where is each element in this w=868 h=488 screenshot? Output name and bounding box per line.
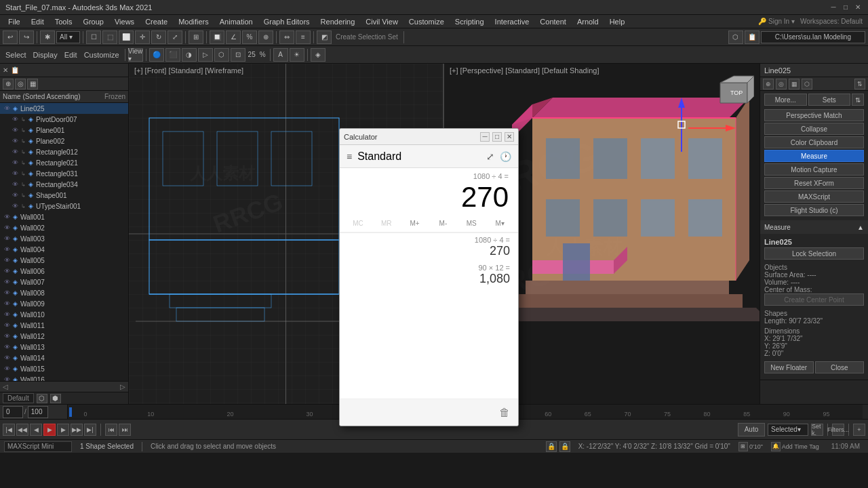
mem-mc[interactable]: MC xyxy=(344,216,372,230)
mem-minus[interactable]: M- xyxy=(429,216,457,230)
scene-item[interactable]: 👁 ◈ Wall014 xyxy=(0,352,128,363)
iso-btn[interactable]: ◈ xyxy=(311,48,326,62)
menu-file[interactable]: File xyxy=(3,16,26,27)
scene-item[interactable]: 👁 ↳ ◈ Plane002 xyxy=(0,136,128,146)
scene-item[interactable]: 👁 ↳ ◈ Shape001 xyxy=(0,190,128,201)
calc-delete-btn[interactable]: 🗑 xyxy=(499,407,510,419)
layer-btn[interactable]: ⬡ xyxy=(728,30,743,44)
rect-select-btn[interactable]: ⬜ xyxy=(119,30,134,44)
render4-btn[interactable]: ▷ xyxy=(198,48,213,62)
select-label[interactable]: Select xyxy=(3,51,29,59)
select-name-btn[interactable]: ⬚ xyxy=(102,30,117,44)
minimize-btn[interactable]: ─ xyxy=(829,3,838,12)
perspective-match-btn[interactable]: Perspective Match xyxy=(764,109,864,121)
close-scene-btn[interactable]: ✕ xyxy=(3,66,8,74)
motion-capture-btn[interactable]: Motion Capture xyxy=(764,163,864,176)
current-frame-input[interactable] xyxy=(3,406,23,418)
color-clipboard-btn[interactable]: Color Clipboard xyxy=(764,136,864,148)
col-name[interactable]: Name (Sorted Ascending) xyxy=(3,93,81,100)
anim-next-btn[interactable]: ▶▶ xyxy=(71,424,83,436)
sort-icon-btn[interactable]: ⇅ xyxy=(852,94,864,106)
menu-create[interactable]: Create xyxy=(140,16,173,27)
scene-item[interactable]: 👁 ◈ Wall009 xyxy=(0,298,128,309)
angle-snap-btn[interactable]: ∠ xyxy=(226,30,241,44)
rp-icon-4[interactable]: ⬡ xyxy=(802,79,812,89)
scene-item[interactable]: 👁 ↳ ◈ UTypeStair001 xyxy=(0,201,128,211)
mem-dropdown[interactable]: M▾ xyxy=(486,216,514,230)
calc-maximize[interactable]: □ xyxy=(492,132,502,142)
scene-item[interactable]: 👁 ◈ Wall013 xyxy=(0,342,128,352)
calc-menu-icon[interactable]: ≡ xyxy=(347,151,352,162)
scene-tb-3[interactable]: ▦ xyxy=(27,79,38,89)
scale-btn[interactable]: ⤢ xyxy=(167,30,182,44)
scene-item[interactable]: 👁 ◈ Wall012 xyxy=(0,331,128,342)
scene-next-btn[interactable]: ▷ xyxy=(120,383,125,390)
scene-item[interactable]: 👁 ◈ Wall006 xyxy=(0,266,128,277)
mirror-btn[interactable]: ⇔ xyxy=(279,30,294,44)
render5-btn[interactable]: ⬡ xyxy=(214,48,229,62)
anim-extra-2[interactable]: ⏭ xyxy=(119,424,131,436)
scene-tb-2[interactable]: ◎ xyxy=(15,79,26,89)
select-btn[interactable]: ☐ xyxy=(86,30,101,44)
menu-rendering[interactable]: Rendering xyxy=(315,16,361,27)
close-btn[interactable]: ✕ xyxy=(853,3,863,12)
calc-close[interactable]: ✕ xyxy=(505,132,514,142)
more-btn[interactable]: More... xyxy=(764,94,807,106)
rp-icon-2[interactable]: ◎ xyxy=(776,79,787,89)
scene-prev-btn[interactable]: ◁ xyxy=(3,383,117,390)
mem-plus[interactable]: M+ xyxy=(401,216,429,230)
align-btn[interactable]: ≡ xyxy=(296,30,311,44)
measure-btn[interactable]: Measure xyxy=(764,150,864,162)
menu-modifiers[interactable]: Modifiers xyxy=(173,16,214,27)
scene-item[interactable]: 👁 ◈ Wall005 xyxy=(0,255,128,266)
scene-item[interactable]: 👁 ◈ Wall016 xyxy=(0,374,128,381)
measure-header[interactable]: Measure ▲ xyxy=(760,220,868,234)
menu-scripting[interactable]: Scripting xyxy=(450,16,490,27)
redo-btn[interactable]: ↪ xyxy=(19,30,34,44)
create-center-point-btn[interactable]: Create Center Point xyxy=(764,293,864,306)
create-sel-set-btn[interactable]: ◩ xyxy=(317,30,332,44)
scene-item[interactable]: 👁 ◈ Wall004 xyxy=(0,244,128,255)
render2-btn[interactable]: ⬛ xyxy=(165,48,180,62)
menu-customize[interactable]: Customize xyxy=(403,16,450,27)
scene-item[interactable]: 👁 ◈ Wall010 xyxy=(0,309,128,320)
display-label[interactable]: Display xyxy=(31,51,60,59)
scene-item[interactable]: 👁 ◈ Wall007 xyxy=(0,277,128,287)
total-frames-input[interactable] xyxy=(28,406,48,418)
maxscript-btn[interactable]: MAXScript xyxy=(764,190,864,203)
mem-ms[interactable]: MS xyxy=(457,216,486,230)
render6-btn[interactable]: ⊡ xyxy=(231,48,245,62)
selected-dropdown[interactable]: Selected ▾ xyxy=(768,424,808,436)
viewcube[interactable]: TOP xyxy=(713,69,754,110)
menu-edit[interactable]: Edit xyxy=(26,16,50,27)
lock-selection-btn[interactable]: Lock Selection xyxy=(764,247,864,260)
scene-item[interactable]: 👁 ↳ ◈ Rectangle012 xyxy=(0,146,128,157)
anim-prev-frame-btn[interactable]: ◀ xyxy=(30,424,42,436)
view-btn[interactable]: View ▾ xyxy=(128,48,143,62)
rp-icon-3[interactable]: ▦ xyxy=(789,79,800,89)
scene-item[interactable]: 👁 ↳ ◈ Plane001 xyxy=(0,125,128,136)
anim-play-btn[interactable]: ▶ xyxy=(43,424,56,436)
scene-tb-1[interactable]: ⊕ xyxy=(3,79,14,89)
maximize-btn[interactable]: □ xyxy=(841,3,850,12)
scene-item[interactable]: 👁 ◈ Wall003 xyxy=(0,233,128,244)
snap-btn[interactable]: 🔲 xyxy=(210,30,224,44)
scene-item[interactable]: 👁 ↳ ◈ Rectangle034 xyxy=(0,179,128,190)
scene-item[interactable]: 👁 ◈ Line025 xyxy=(0,103,128,114)
scene-item[interactable]: 👁 ↳ ◈ Rectangle031 xyxy=(0,168,128,179)
anim-prev-btn[interactable]: ◀◀ xyxy=(16,424,28,436)
mode-icon2[interactable]: ⬢ xyxy=(50,394,61,403)
collapse-btn[interactable]: Collapse xyxy=(764,123,864,135)
scene-item[interactable]: 👁 ◈ Wall008 xyxy=(0,287,128,298)
mode-icon1[interactable]: ⬡ xyxy=(37,394,47,403)
menu-group[interactable]: Group xyxy=(77,16,109,27)
plus-frame-btn[interactable]: + xyxy=(853,424,865,436)
move-btn[interactable]: ✛ xyxy=(135,30,150,44)
percent-snap-btn[interactable]: % xyxy=(242,30,257,44)
edit-label[interactable]: Edit xyxy=(62,51,80,59)
flight-studio-btn[interactable]: Flight Studio (c) xyxy=(764,204,864,216)
status-icon-2[interactable]: 🔒 xyxy=(559,441,570,452)
auto-key-btn[interactable]: Auto xyxy=(738,423,765,436)
select-filter-dropdown[interactable]: All ▾ xyxy=(56,31,80,43)
anim-next-frame-btn[interactable]: ▶ xyxy=(57,424,69,436)
